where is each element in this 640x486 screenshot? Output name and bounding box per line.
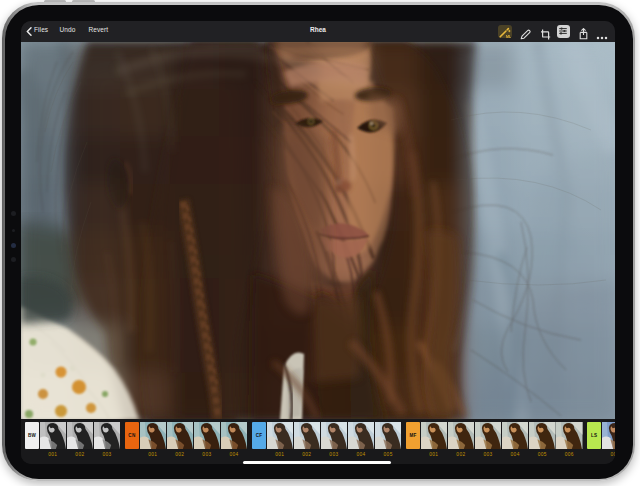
svg-text:ML: ML — [506, 35, 511, 39]
